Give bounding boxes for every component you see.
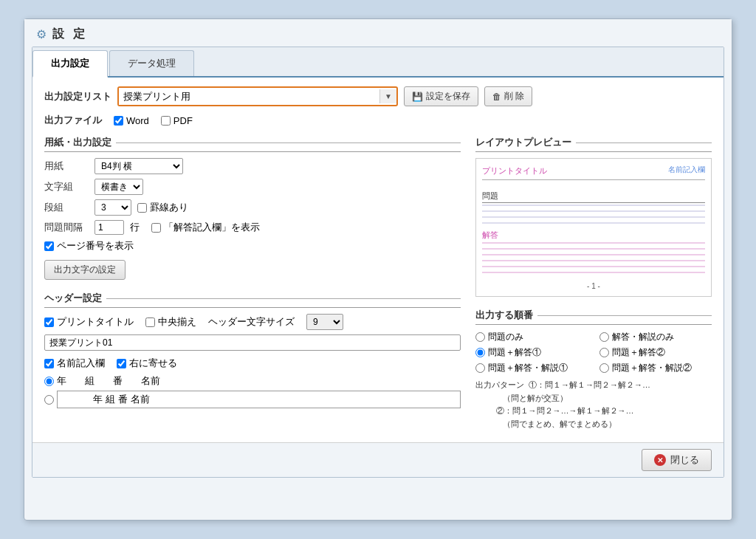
- output-order-section: 出力する順番 問題のみ 解答・解説のみ: [475, 309, 712, 430]
- word-label: Word: [126, 115, 149, 126]
- print-title-checkbox[interactable]: [44, 317, 54, 327]
- name-field-row: 名前記入欄 右に寄せる: [44, 357, 461, 370]
- option-kotae-kaisetsu-only-label: 解答・解説のみ: [612, 331, 674, 343]
- name-field-checkbox-label[interactable]: 名前記入欄: [44, 357, 105, 370]
- dialog-title-bar: ⚙ 設 定: [24, 19, 732, 47]
- center-align-checkbox-label[interactable]: 中央揃え: [145, 315, 196, 329]
- radio-mondai-kotae2[interactable]: [599, 348, 609, 357]
- option-mondai-kotae-kaisetsu1-label: 問題＋解答・解説①: [488, 362, 568, 374]
- font-size-select[interactable]: 9 10 11 12: [306, 314, 343, 330]
- paper-select[interactable]: B4判 横 A4判 縦 A4判 横: [94, 158, 183, 174]
- name-field-radio-1[interactable]: [44, 377, 54, 386]
- tab-output-settings[interactable]: 出力設定: [32, 50, 108, 78]
- name-field-options: 年 組 番 名前 年: [44, 374, 461, 408]
- option-mondai-kotae2[interactable]: 問題＋解答②: [599, 346, 712, 359]
- font-size-label: ヘッダー文字サイズ: [208, 315, 295, 329]
- preview-mondai-line-3: [482, 216, 705, 221]
- option-kotae-kaisetsu-only[interactable]: 解答・解説のみ: [599, 331, 712, 343]
- pattern-text: 出力パターン ①：問１→解１→問２→解２→… （問と解が交互） ②：問１→問２→…: [475, 379, 712, 430]
- settings-list-input[interactable]: [119, 88, 379, 105]
- pdf-checkbox[interactable]: [161, 116, 171, 126]
- right-align-label: 右に寄せる: [129, 357, 177, 370]
- output-file-label: 出力ファイル: [44, 114, 102, 127]
- header-settings-header: ヘッダー設定: [44, 292, 461, 308]
- option-mondai-only[interactable]: 問題のみ: [475, 331, 588, 343]
- header-text-input[interactable]: [44, 334, 461, 351]
- save-settings-button[interactable]: 💾 設定を保存: [404, 86, 478, 106]
- spacing-label: 問題間隔: [44, 221, 89, 234]
- nf2-ban-label: 番: [118, 393, 128, 406]
- answer-box-label: 「解答記入欄」を表示: [164, 221, 260, 234]
- header-checkbox-row: プリントタイトル 中央揃え ヘッダー文字サイズ 9 10 11: [44, 314, 461, 330]
- option-mondai-kotae2-label: 問題＋解答②: [612, 346, 665, 359]
- columns-form-row: 段組 1 2 3 罫線あり: [44, 199, 461, 216]
- page-num-row: ページ番号を表示: [44, 239, 461, 253]
- preview-page-num: - 1 -: [482, 282, 705, 290]
- answer-box-checkbox[interactable]: [151, 223, 161, 233]
- preview-title: プリントタイトル: [482, 166, 547, 175]
- nf2-nen-input[interactable]: [61, 394, 90, 405]
- dialog-footer: ✕ 閉じる: [32, 442, 724, 477]
- print-title-label: プリントタイトル: [57, 315, 134, 329]
- right-align-checkbox-label[interactable]: 右に寄せる: [117, 357, 177, 370]
- radio-kotae-kaisetsu-only[interactable]: [599, 332, 609, 342]
- option-mondai-kotae-kaisetsu1[interactable]: 問題＋解答・解説①: [475, 362, 588, 374]
- header-settings-section: ヘッダー設定 プリントタイトル 中央揃え ヘッダー文字サイズ: [44, 292, 461, 408]
- settings-list-dropdown-button[interactable]: ▼: [379, 89, 396, 103]
- page-num-checkbox[interactable]: [44, 241, 54, 251]
- paper-settings-section-header: 用紙・出力設定: [44, 136, 461, 152]
- name-field-radio-2[interactable]: [44, 395, 54, 405]
- font-set-label: 文字組: [44, 180, 89, 193]
- preview-kotae-line-4: [482, 260, 705, 264]
- columns-select[interactable]: 1 2 3: [94, 199, 131, 216]
- nf1-kumi: 組: [85, 374, 107, 388]
- delete-settings-button[interactable]: 🗑 削 除: [484, 86, 532, 106]
- grid-checkbox[interactable]: [137, 203, 147, 213]
- preview-kotae-line-6: [482, 272, 705, 276]
- right-align-checkbox[interactable]: [117, 359, 126, 368]
- radio-mondai-kotae-kaisetsu2[interactable]: [599, 363, 609, 373]
- page-num-checkbox-label[interactable]: ページ番号を表示: [44, 239, 134, 253]
- tab-bar: 出力設定 データ処理: [32, 47, 724, 78]
- close-icon: ✕: [654, 454, 666, 466]
- settings-dialog: ⚙ 設 定 出力設定 データ処理 出力設定リスト ▼ 💾 設定を保存: [24, 18, 732, 521]
- output-font-button[interactable]: 出力文字の設定: [44, 260, 126, 280]
- pdf-checkbox-label[interactable]: PDF: [161, 115, 193, 126]
- option-mondai-only-label: 問題のみ: [488, 331, 523, 343]
- font-set-select[interactable]: 横書き 縦書き: [94, 179, 143, 195]
- nf2-nen-label: 年: [93, 393, 103, 406]
- paper-label: 用紙: [44, 159, 89, 173]
- preview-content: プリントタイトル 名前記入欄 問題 解答: [482, 165, 705, 290]
- tab-content-output: 出力設定リスト ▼ 💾 設定を保存 🗑 削 除 出力ファイル: [32, 78, 724, 442]
- radio-mondai-only[interactable]: [475, 332, 485, 342]
- font-set-form-row: 文字組 横書き 縦書き: [44, 179, 461, 195]
- close-button[interactable]: ✕ 閉じる: [642, 449, 712, 471]
- option-mondai-kotae1[interactable]: 問題＋解答①: [475, 346, 588, 359]
- preview-divider-1: [482, 179, 705, 180]
- center-align-checkbox[interactable]: [145, 317, 155, 327]
- preview-name-field: 名前記入欄: [668, 165, 705, 175]
- two-column-layout: 用紙・出力設定 用紙 B4判 横 A4判 縦 A4判 横 文字組 横書き: [44, 136, 712, 430]
- option-mondai-kotae-kaisetsu2-label: 問題＋解答・解説②: [612, 362, 692, 374]
- option-mondai-kotae-kaisetsu2[interactable]: 問題＋解答・解説②: [599, 362, 712, 374]
- radio-mondai-kotae1[interactable]: [475, 348, 485, 357]
- center-align-label: 中央揃え: [158, 315, 196, 329]
- save-icon: 💾: [412, 92, 423, 102]
- word-checkbox-label[interactable]: Word: [114, 115, 149, 126]
- spacing-unit: 行: [130, 221, 140, 234]
- columns-label: 段組: [44, 201, 89, 214]
- grid-checkbox-label[interactable]: 罫線あり: [137, 201, 188, 214]
- name-field-checkbox[interactable]: [44, 359, 54, 368]
- preview-kotae-label: 解答: [482, 230, 705, 241]
- answer-box-checkbox-label[interactable]: 「解答記入欄」を表示: [151, 221, 260, 234]
- tab-data-processing[interactable]: データ処理: [109, 50, 194, 76]
- preview-mondai-label: 問題: [482, 190, 705, 203]
- paper-form-row: 用紙 B4判 横 A4判 縦 A4判 横: [44, 158, 461, 174]
- word-checkbox[interactable]: [114, 116, 123, 126]
- right-column: レイアウトプレビュー プリントタイトル 名前記入欄 問題: [475, 136, 712, 430]
- radio-mondai-kotae-kaisetsu1[interactable]: [475, 363, 485, 373]
- preview-box: プリントタイトル 名前記入欄 問題 解答: [475, 158, 712, 297]
- spacing-input[interactable]: [94, 220, 124, 235]
- preview-mondai-lines: [482, 205, 705, 227]
- print-title-checkbox-label[interactable]: プリントタイトル: [44, 315, 134, 329]
